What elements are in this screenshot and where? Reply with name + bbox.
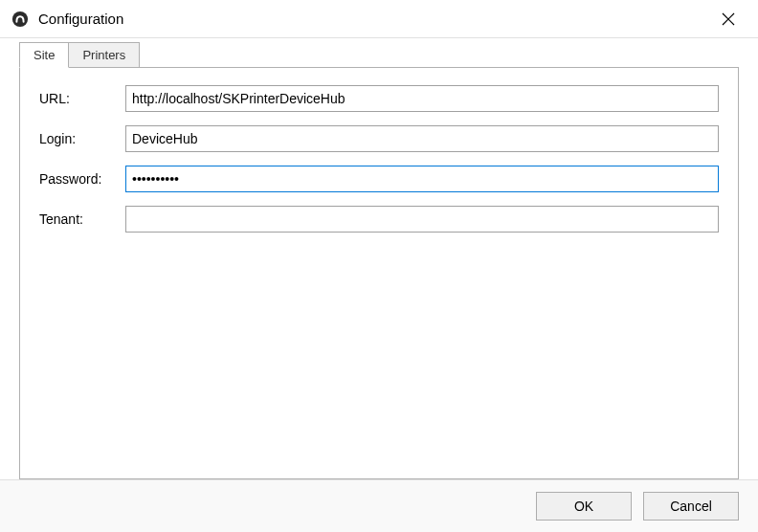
row-login: Login: xyxy=(39,125,719,152)
ok-button[interactable]: OK xyxy=(536,492,632,521)
login-input[interactable] xyxy=(125,125,719,152)
password-label: Password: xyxy=(39,171,125,187)
url-input[interactable] xyxy=(125,85,719,112)
tab-site[interactable]: Site xyxy=(19,42,69,68)
app-icon xyxy=(11,11,29,28)
cancel-button[interactable]: Cancel xyxy=(643,492,739,521)
url-label: URL: xyxy=(39,91,125,106)
configuration-window: Configuration Site Printers URL: Login: … xyxy=(0,0,758,532)
svg-point-0 xyxy=(12,11,28,26)
password-input[interactable] xyxy=(125,166,719,192)
titlebar: Configuration xyxy=(0,0,758,38)
tenant-label: Tenant: xyxy=(39,211,125,227)
close-button[interactable] xyxy=(706,4,750,34)
tenant-input[interactable] xyxy=(125,206,719,233)
row-tenant: Tenant: xyxy=(39,206,719,233)
row-url: URL: xyxy=(39,85,719,112)
tab-printers[interactable]: Printers xyxy=(68,42,140,67)
row-password: Password: xyxy=(39,166,719,192)
close-icon xyxy=(722,12,735,26)
content-area: Site Printers URL: Login: Password: Tena… xyxy=(0,38,758,479)
window-title: Configuration xyxy=(38,11,706,27)
tabstrip: Site Printers xyxy=(19,38,739,67)
tab-panel-site: URL: Login: Password: Tenant: xyxy=(19,67,739,479)
button-bar: OK Cancel xyxy=(0,479,758,532)
login-label: Login: xyxy=(39,131,125,146)
